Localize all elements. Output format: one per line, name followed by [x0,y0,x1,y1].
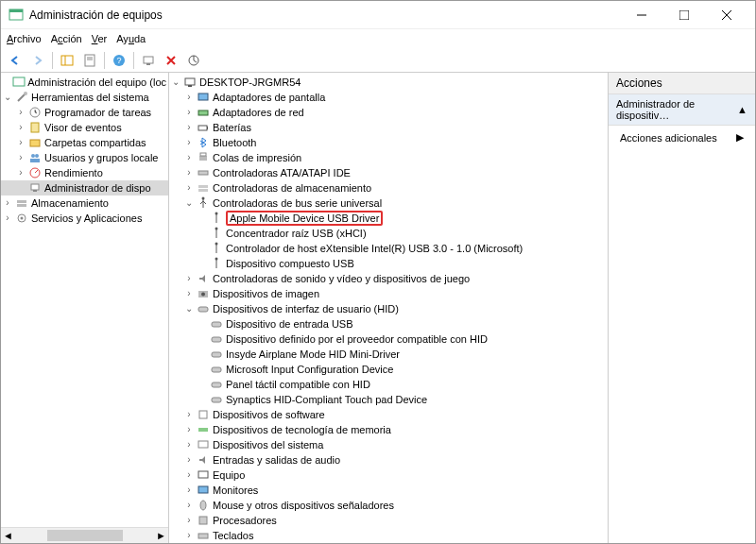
dev-root[interactable]: ⌄DESKTOP-JRGMR54 [169,75,608,90]
dev-software[interactable]: ›Dispositivos de software [169,407,608,422]
svg-rect-56 [199,411,207,418]
dev-composite[interactable]: Dispositivo compuesto USB [169,256,608,271]
svg-rect-49 [198,307,208,312]
tree-systools[interactable]: ⌄Herramientas del sistema [1,90,168,105]
maximize-button[interactable] [662,1,705,28]
dev-display[interactable]: ›Adaptadores de pantalla [169,90,608,105]
dev-msinput[interactable]: Microsoft Input Configuration Device [169,362,608,377]
svg-rect-26 [33,190,37,192]
dev-hid[interactable]: ⌄Dispositivos de interfaz de usuario (HI… [169,301,608,316]
svg-rect-25 [31,184,39,190]
hid-dev-icon [209,316,224,332]
expand-icon[interactable]: › [14,138,27,147]
collapse-icon[interactable]: ⌄ [182,304,196,314]
tree-eventviewer[interactable]: ›Visor de eventos [1,120,168,135]
tree-services[interactable]: ›Servicios y Aplicaciones [1,211,168,226]
svg-rect-28 [17,204,26,207]
svg-rect-62 [199,517,207,524]
dev-bluetooth[interactable]: ›Bluetooth [169,135,608,150]
dev-audio[interactable]: ›Entradas y salidas de audio [169,452,608,468]
back-button[interactable] [5,50,26,71]
window-icon [9,8,24,23]
tree-users[interactable]: ›Usuarios y grupos locale [1,150,168,165]
dev-printq[interactable]: ›Colas de impresión [169,150,608,165]
svg-rect-3 [679,10,689,20]
svg-rect-59 [198,471,208,478]
dev-imaging[interactable]: ›Dispositivos de imagen [169,286,608,301]
tree-storage[interactable]: ›Almacenamiento [1,196,168,211]
scrollbar-horizontal[interactable]: ◄ ► [1,527,168,543]
dev-touchpanel[interactable]: Panel táctil compatible con HID [169,377,608,392]
uninstall-button[interactable] [161,50,181,71]
actions-pane: Acciones Administrador de dispositiv… ▲ … [609,73,755,543]
actions-header: Acciones [609,73,755,94]
update-driver-button[interactable] [183,50,204,71]
scroll-left-icon[interactable]: ◄ [3,530,13,541]
dev-memory[interactable]: ›Dispositivos de tecnología de memoria [169,422,608,437]
dev-insyde[interactable]: Insyde Airplane Mode HID Mini-Driver [169,347,608,362]
dev-batteries[interactable]: ›Baterías [169,120,608,135]
expand-icon[interactable]: › [182,93,196,102]
svg-point-21 [31,154,35,158]
tree-tasksched[interactable]: ›Programador de tareas [1,105,168,120]
svg-rect-54 [212,382,221,387]
dev-apple-usb[interactable]: Apple Mobile Device USB Driver [169,211,608,226]
tree-root[interactable]: Administración del equipo (loc [1,75,168,90]
actions-more[interactable]: Acciones adicionales ▶ [609,126,755,149]
dev-processors[interactable]: ›Procesadores [169,513,608,528]
expand-icon[interactable]: › [14,153,27,162]
dev-usb-hub[interactable]: Concentrador raíz USB (xHCI) [169,226,608,241]
menu-action[interactable]: Acción [51,33,82,44]
hid-dev-icon [209,347,224,362]
scroll-thumb[interactable] [47,530,123,541]
help-button[interactable]: ? [109,50,129,71]
tree-perf[interactable]: ›Rendimiento [1,165,168,180]
forward-button[interactable] [27,50,48,71]
usb-device-icon [209,256,224,271]
svg-rect-52 [212,352,221,357]
expand-icon[interactable]: › [14,108,27,117]
dev-xhci[interactable]: Controlador de host eXtensible Intel(R) … [169,241,608,256]
scan-hardware-button[interactable] [138,50,159,71]
tree-devmgr[interactable]: Administrador de dispo [1,180,168,196]
toolbar: ? [1,48,755,73]
expand-icon[interactable]: › [1,198,14,208]
dev-network[interactable]: ›Adaptadores de red [169,105,608,120]
svg-point-61 [200,501,206,510]
close-button[interactable] [705,1,747,28]
collapse-icon[interactable]: ⌄ [169,77,182,87]
dev-usbctl[interactable]: ⌄Controladoras de bus serie universal [169,196,608,211]
services-icon [14,211,29,226]
dev-ata[interactable]: ›Controladoras ATA/ATAPI IDE [169,165,608,180]
dev-keyboards[interactable]: ›Teclados [169,528,608,543]
dev-mouse[interactable]: ›Mouse y otros dispositivos señaladores [169,498,608,513]
menu-file[interactable]: Archivo [7,33,42,44]
svg-point-46 [215,258,218,261]
tools-icon [14,90,29,105]
monitor-icon [196,483,211,498]
expand-icon[interactable]: › [14,123,27,132]
storage-icon [14,196,29,211]
dev-synaptics[interactable]: Synaptics HID-Compliant Touch pad Device [169,392,608,407]
hid-dev-icon [209,392,224,407]
dev-vendorhid[interactable]: Dispositivo definido por el proveedor co… [169,332,608,347]
dev-usbinput[interactable]: Dispositivo de entrada USB [169,316,608,332]
actions-category[interactable]: Administrador de dispositiv… ▲ [609,94,755,126]
expand-icon[interactable]: › [1,213,14,223]
collapse-icon[interactable]: ⌄ [1,93,14,102]
dev-system[interactable]: ›Dispositivos del sistema [169,437,608,452]
dev-storagectl[interactable]: ›Controladoras de almacenamiento [169,180,608,196]
dev-monitors[interactable]: ›Monitores [169,483,608,498]
scroll-right-icon[interactable]: ► [156,530,166,541]
expand-icon[interactable]: › [14,168,27,178]
menu-help[interactable]: Ayuda [116,33,146,44]
dev-computer[interactable]: ›Equipo [169,468,608,483]
dev-sound[interactable]: ›Controladoras de sonido y vídeo y dispo… [169,271,608,286]
devmgr-icon [27,180,43,196]
minimize-button[interactable] [620,1,662,28]
tree-sharedfolders[interactable]: ›Carpetas compartidas [1,135,168,150]
properties-button[interactable] [79,50,100,71]
menu-view[interactable]: Ver [92,33,108,44]
show-hide-button[interactable] [57,50,77,71]
collapse-icon[interactable]: ⌄ [182,198,196,208]
